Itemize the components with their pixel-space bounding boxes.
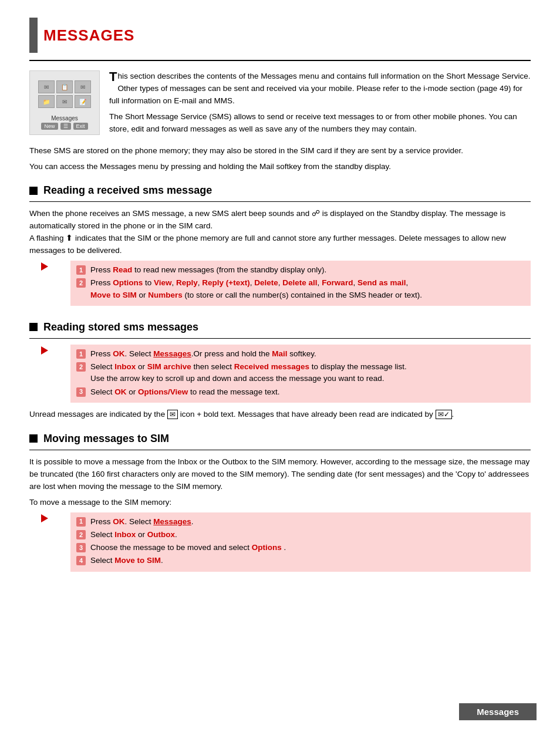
step3-num-2: 2 [76,530,86,539]
phone-new-btn: New [41,123,58,130]
header-bar [29,18,38,53]
section2-arrow [41,346,48,355]
s3-outbox-label: Outbox [147,530,175,539]
step-num-1: 1 [76,265,86,275]
page-footer: Messages [459,703,537,720]
s2-messages-label: Messages [153,349,191,358]
s3-inbox-label: Inbox [114,530,136,539]
delete-all-label: Delete all [282,278,317,287]
intro-para2: The Short Message Service (SMS) allows t… [109,111,531,136]
reply-label: Reply [176,278,198,287]
s2-ok-label: OK [113,349,124,358]
section2-step2-text: Select Inbox or SIM archive then select … [90,361,524,385]
page-header: MESSAGES [29,18,531,53]
section1-step2: 2 Press Options to View, Reply, Reply (+… [76,277,524,301]
section2-divider [29,338,531,339]
read-icon: ✉✓ [436,410,452,419]
s3-ok-label: OK [113,517,124,526]
read-label: Read [113,265,132,274]
section1-step2-text: Press Options to View, Reply, Reply (+te… [90,277,524,301]
move-to-sim-label: Move to SIM [90,291,137,299]
section3-steps: 1 Press OK. Select Messages. 2 Select In… [70,512,531,572]
section3-square [29,434,38,443]
section3-step4-text: Select Move to SIM. [90,555,524,566]
section1-steps: 1 Press Read to read new messages (from … [70,261,531,306]
phone-icon-5: ✉ [56,95,73,108]
intro-text: This section describes the contents of t… [109,70,531,139]
section1-square [29,187,38,195]
step3-num-4: 4 [76,556,86,565]
step2-num-2: 2 [76,362,86,372]
section3-title: Moving messages to SIM [43,433,169,445]
s2-received-label: Received messages [234,362,309,371]
antenna-icon: ☍ [312,209,322,218]
s3-options-label: Options [252,543,282,552]
phone-icon-4: 📁 [38,95,55,108]
section1-arrow [41,262,48,271]
phone-exit-btn: Exit [73,123,88,130]
send-as-mail-label: Send as mail [357,278,406,287]
section1-divider [29,201,531,202]
flash-icon: ⬆ [66,234,75,242]
section2-steps: 1 Press OK. Select Messages.Or press and… [70,345,531,403]
section3-divider [29,450,531,450]
phone-icon-2: 📋 [56,80,73,93]
step2-num-1: 1 [76,349,86,359]
reply-text-label: Reply (+text) [202,278,249,287]
step3-num-1: 1 [76,517,86,527]
step3-num-3: 3 [76,543,86,552]
section2-square [29,323,38,331]
intro-continued-2: You can access the Messages menu by pres… [29,161,531,173]
step-num-2: 2 [76,278,86,288]
section3-step3: 3 Choose the message to be moved and sel… [76,542,524,554]
s2-options-view-label: Options/View [138,387,188,396]
intro-para1: This section describes the contents of t… [109,70,531,107]
section2-unread-note: Unread messages are indicated by the ✉ i… [29,409,531,421]
section2-step1: 1 Press OK. Select Messages.Or press and… [76,348,524,360]
section1-header: Reading a received sms message [29,184,531,197]
numbers-label: Numbers [148,291,183,299]
forward-label: Forward [322,278,353,287]
section1-step1: 1 Press Read to read new messages (from … [76,264,524,276]
unread-icon: ✉ [167,410,178,419]
s2-mail-label: Mail [272,349,287,358]
s2-ok2-label: OK [114,387,126,396]
top-divider [29,60,531,61]
section1-body: When the phone receives an SMS message, … [29,208,531,257]
section3-header: Moving messages to SIM [29,433,531,445]
section2-title: Reading stored sms messages [43,321,198,333]
phone-icon-3: ✉ [75,80,91,93]
section3-step1-text: Press OK. Select Messages. [90,516,524,528]
section3-body2: To move a message to the SIM memory: [29,497,531,509]
phone-mid-btn: ☰ [60,123,71,130]
section2-header: Reading stored sms messages [29,321,531,333]
section3-step2: 2 Select Inbox or Outbox. [76,529,524,541]
s3-move-to-sim-label: Move to SIM [114,556,161,565]
view-label: View [154,278,172,287]
s3-messages-label: Messages [153,517,191,526]
step2-num-3: 3 [76,387,86,397]
section2-step3: 3 Select OK or Options/View to read the … [76,386,524,398]
section2-step2: 2 Select Inbox or SIM archive then selec… [76,361,524,385]
options-label: Options [113,278,143,287]
phone-icon-1: ✉ [38,80,55,93]
phone-label: Messages [51,115,78,122]
section1-step1-text: Press Read to read new messages (from th… [90,264,524,276]
section3-arrow [41,514,48,522]
footer-label: Messages [477,707,519,717]
delete-label: Delete [254,278,278,287]
phone-icon-6: 📝 [75,95,91,108]
section3-step1: 1 Press OK. Select Messages. [76,516,524,528]
intro-continued: These SMS are stored on the phone memory… [29,145,531,157]
section2-step1-text: Press OK. Select Messages.Or press and h… [90,348,524,360]
s2-inbox-label: Inbox [114,362,136,371]
page-title: MESSAGES [43,26,134,45]
section2-step3-text: Select OK or Options/View to read the me… [90,386,524,398]
section3-step3-text: Choose the message to be moved and selec… [90,542,524,554]
section3-body1: It is possible to move a message from th… [29,456,531,493]
section3-step2-text: Select Inbox or Outbox. [90,529,524,541]
s2-sim-archive-label: SIM archive [147,362,191,371]
section1-title: Reading a received sms message [43,184,212,197]
section3-step4: 4 Select Move to SIM. [76,555,524,566]
phone-image: ✉ 📋 ✉ 📁 ✉ 📝 Messages New ☰ Exit [29,70,100,135]
